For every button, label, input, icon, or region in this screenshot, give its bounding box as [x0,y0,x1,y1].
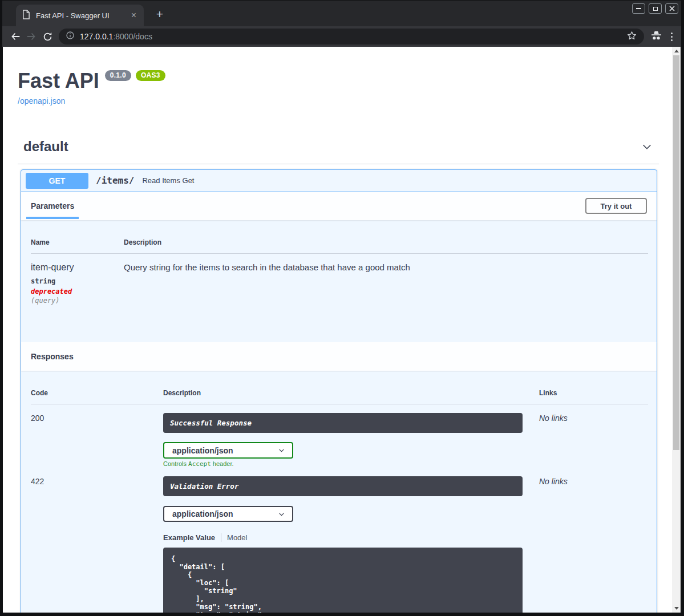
close-button[interactable] [665,3,678,14]
forward-button[interactable] [23,29,39,44]
col-header-links: Links [539,371,648,404]
scrollbar-thumb[interactable] [673,55,679,450]
select-chevron-icon [278,510,285,518]
address-bar[interactable]: 127.0.0.1:8000/docs [59,29,644,44]
col-header-resp-description: Description [163,371,539,404]
incognito-icon [650,29,663,44]
browser-window: Fast API - Swagger UI × + [0,0,684,616]
close-icon [669,6,675,11]
media-type-value: application/json [172,509,233,518]
reload-icon [42,31,53,42]
response-description-panel: Validation Error [163,476,523,496]
browser-tab[interactable]: Fast API - Swagger UI × [16,5,144,26]
operation-path: /items/ [96,175,134,186]
back-button[interactable] [7,29,23,44]
openapi-json-link[interactable]: /openapi.json [18,96,65,106]
browser-chrome: Fast API - Swagger UI × + [2,1,681,47]
oas3-badge: OAS3 [136,70,165,81]
operation-summary[interactable]: GET /items/ Read Items Get [21,170,657,192]
responses-heading: Responses [31,352,74,361]
response-code: 200 [31,414,44,423]
tag-section-header[interactable]: default [18,139,659,164]
parameter-location: (query) [31,297,124,305]
forward-arrow-icon [25,30,38,43]
toolbar-right [647,29,676,44]
api-title: Fast API [18,69,99,92]
reload-button[interactable] [39,29,55,44]
parameter-name: item-query [31,262,124,273]
response-row-422: 422 Validation Error application/json Ex… [31,468,648,613]
media-type-value: application/json [172,446,233,455]
maximize-icon [653,7,658,11]
tab-example-value[interactable]: Example Value [163,533,215,542]
new-tab-button[interactable]: + [152,6,168,22]
parameter-row: item-query string deprecated (query) Que… [31,254,648,343]
response-links: No links [539,477,568,486]
responses-header-band: Responses [21,342,657,371]
response-links: No links [539,414,568,423]
try-it-out-button[interactable]: Try it out [585,198,647,214]
parameter-deprecated-flag: deprecated [31,287,124,295]
media-type-select[interactable]: application/json [163,442,293,459]
col-header-description: Description [124,220,648,254]
example-json-code: { "detail": [ { "loc": [ "string" ], "ms… [171,555,515,613]
parameters-heading: Parameters [31,201,74,210]
browser-menu-button[interactable] [671,33,673,41]
maximize-button[interactable] [649,3,662,14]
col-header-code: Code [31,371,163,404]
minimize-icon [636,8,641,9]
tab-model[interactable]: Model [227,533,247,542]
tab-parameters[interactable]: Parameters [26,192,79,220]
window-controls [632,3,678,14]
url-text: 127.0.0.1:8000/docs [80,32,152,41]
tab-strip: Fast API - Swagger UI × + [2,1,681,26]
swagger-ui: Fast API0.1.0OAS3 /openapi.json default … [3,47,672,613]
minimize-button[interactable] [632,3,645,14]
active-tab-underline [26,217,79,219]
parameter-type: string [31,277,124,285]
example-model-tabs: Example Value Model [163,533,539,542]
opblock-get-items: GET /items/ Read Items Get Parameters Tr… [21,169,657,613]
media-type-select[interactable]: application/json [163,506,293,522]
parameters-header-band: Parameters Try it out [21,192,657,220]
site-info-icon[interactable] [66,31,75,42]
response-row-200: 200 Successful Response application/json… [31,404,648,468]
chevron-down-icon[interactable] [641,140,653,153]
responses-table: Code Description Links 200 Successful Re… [31,371,648,613]
version-badge: 0.1.0 [105,70,131,81]
parameters-table: Name Description item-query string depre… [31,220,648,342]
bookmark-star-icon[interactable] [626,30,637,43]
back-arrow-icon [9,30,22,43]
select-chevron-icon [278,447,285,454]
tag-section-title: default [23,139,68,155]
tab-title: Fast API - Swagger UI [36,11,129,20]
scrollbar-down-arrow[interactable] [672,604,681,613]
page-scrollbar[interactable] [672,47,681,613]
api-info: Fast API0.1.0OAS3 /openapi.json [3,70,672,106]
operation-description: Read Items Get [142,176,194,185]
page-favicon-icon [22,10,30,22]
col-header-name: Name [31,220,124,254]
parameter-description: Query string for the items to search in … [124,262,648,272]
accept-header-note: Controls Accept header. [163,460,539,468]
url-path: :8000/docs [113,32,152,41]
response-code: 422 [31,477,44,486]
url-host: 127.0.0.1 [80,32,113,41]
browser-toolbar: 127.0.0.1:8000/docs [2,26,681,47]
tab-close-icon[interactable]: × [129,11,138,20]
tab-divider [221,533,221,542]
scrollbar-up-arrow[interactable] [672,47,681,55]
http-method-badge: GET [26,173,88,189]
example-json-panel: { "detail": [ { "loc": [ "string" ], "ms… [163,548,523,613]
response-description-panel: Successful Response [163,413,523,433]
page-viewport: Fast API0.1.0OAS3 /openapi.json default … [3,47,681,613]
